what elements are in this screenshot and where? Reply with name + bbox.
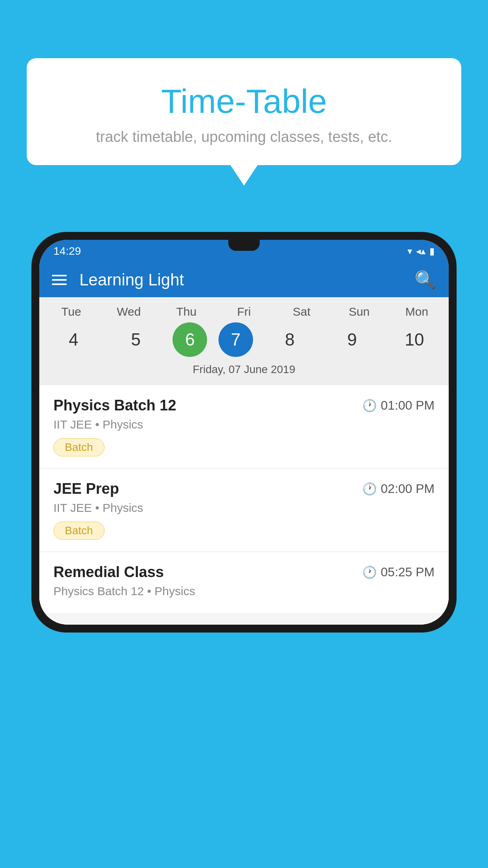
class-time-2: 🕐 02:00 PM <box>362 482 435 496</box>
class-item-remedial[interactable]: Remedial Class 🕐 05:25 PM Physics Batch … <box>39 552 449 613</box>
class-time-value-1: 01:00 PM <box>381 398 435 413</box>
class-time-value-2: 02:00 PM <box>381 482 435 496</box>
app-bar: Learning Light 🔍 <box>39 263 449 297</box>
phone-bottom <box>39 613 449 625</box>
batch-badge-1: Batch <box>53 438 105 456</box>
speech-bubble-wrapper: Time-Table track timetable, upcoming cla… <box>27 58 461 165</box>
day-8[interactable]: 8 <box>264 322 316 357</box>
day-7-selected[interactable]: 7 <box>218 322 253 357</box>
class-item-header-3: Remedial Class 🕐 05:25 PM <box>53 564 435 581</box>
class-item-jee-prep[interactable]: JEE Prep 🕐 02:00 PM IIT JEE • Physics Ba… <box>39 469 449 552</box>
phone-mockup: 14:29 ▾ ◂▴ ▮ Learning Light 🔍 <box>31 232 457 633</box>
day-5[interactable]: 5 <box>110 322 161 357</box>
status-icons: ▾ ◂▴ ▮ <box>407 246 435 257</box>
calendar-strip: Tue Wed Thu Fri Sat Sun Mon 4 5 6 7 8 9 … <box>39 297 449 385</box>
clock-icon-3: 🕐 <box>362 565 377 579</box>
day-header-wed: Wed <box>103 305 154 318</box>
hamburger-line-1 <box>52 275 67 276</box>
battery-icon: ▮ <box>429 246 435 257</box>
speech-bubble: Time-Table track timetable, upcoming cla… <box>27 58 461 165</box>
hamburger-line-3 <box>52 283 67 285</box>
class-item-header-2: JEE Prep 🕐 02:00 PM <box>53 480 435 497</box>
hamburger-line-2 <box>52 279 67 281</box>
hamburger-icon[interactable] <box>52 275 67 285</box>
bubble-title: Time-Table <box>42 82 446 121</box>
class-time-3: 🕐 05:25 PM <box>362 565 435 579</box>
bubble-subtitle: track timetable, upcoming classes, tests… <box>42 129 446 145</box>
phone-outer: 14:29 ▾ ◂▴ ▮ Learning Light 🔍 <box>31 232 457 633</box>
selected-date-label: Friday, 07 June 2019 <box>39 363 449 381</box>
day-header-sat: Sat <box>276 305 327 318</box>
signal-icon: ◂▴ <box>416 246 426 257</box>
day-header-sun: Sun <box>334 305 385 318</box>
day-10[interactable]: 10 <box>389 322 440 357</box>
app-title: Learning Light <box>79 270 402 289</box>
class-time-value-3: 05:25 PM <box>381 565 435 579</box>
day-header-thu: Thu <box>161 305 212 318</box>
wifi-icon: ▾ <box>407 246 412 257</box>
class-name-1: Physics Batch 12 <box>53 397 176 414</box>
class-meta-1: IIT JEE • Physics <box>53 418 435 431</box>
day-headers: Tue Wed Thu Fri Sat Sun Mon <box>39 305 449 318</box>
search-icon[interactable]: 🔍 <box>415 270 436 290</box>
class-meta-3: Physics Batch 12 • Physics <box>53 585 435 598</box>
day-4[interactable]: 4 <box>48 322 99 357</box>
clock-icon-1: 🕐 <box>362 399 377 412</box>
day-header-mon: Mon <box>391 305 442 318</box>
phone-notch <box>228 240 260 251</box>
clock-icon-2: 🕐 <box>362 482 377 496</box>
class-name-2: JEE Prep <box>53 480 119 497</box>
day-header-fri: Fri <box>218 305 270 318</box>
day-6-today[interactable]: 6 <box>172 322 207 357</box>
class-list: Physics Batch 12 🕐 01:00 PM IIT JEE • Ph… <box>39 385 449 613</box>
class-meta-2: IIT JEE • Physics <box>53 501 435 515</box>
day-numbers: 4 5 6 7 8 9 10 <box>39 318 449 363</box>
day-9[interactable]: 9 <box>327 322 378 357</box>
status-time: 14:29 <box>53 245 81 257</box>
class-item-header-1: Physics Batch 12 🕐 01:00 PM <box>53 397 435 414</box>
class-time-1: 🕐 01:00 PM <box>362 398 435 413</box>
class-name-3: Remedial Class <box>53 564 164 581</box>
phone-screen: 14:29 ▾ ◂▴ ▮ Learning Light 🔍 <box>39 240 449 625</box>
batch-badge-2: Batch <box>53 522 105 540</box>
day-header-tue: Tue <box>46 305 97 318</box>
class-item-physics-batch-12[interactable]: Physics Batch 12 🕐 01:00 PM IIT JEE • Ph… <box>39 385 449 469</box>
